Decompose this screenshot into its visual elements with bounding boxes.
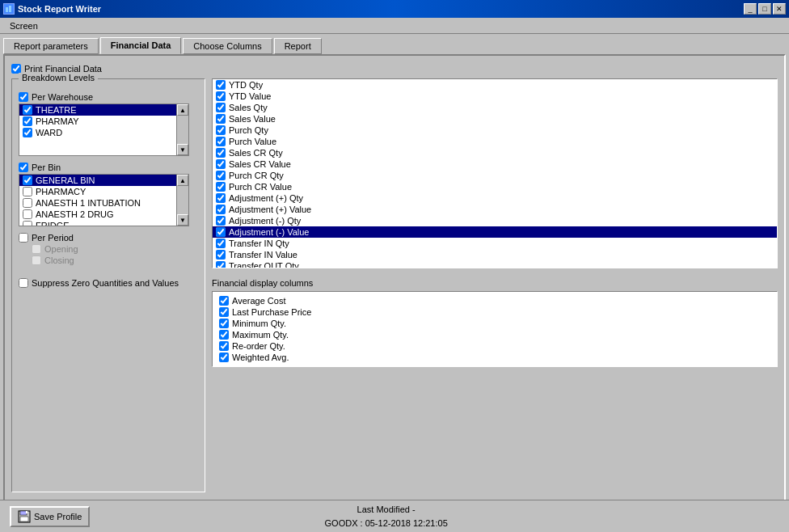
opening-row: Opening: [32, 244, 198, 254]
minimize-button[interactable]: _: [744, 3, 757, 15]
last-modified-label: Last Modified -: [325, 503, 448, 517]
svg-rect-4: [20, 517, 28, 521]
fd-average-cost[interactable]: Average Cost: [216, 295, 774, 306]
save-profile-button[interactable]: Save Profile: [10, 506, 90, 527]
warehouse-scroll-up[interactable]: ▲: [177, 104, 188, 116]
closing-checkbox[interactable]: [32, 255, 41, 265]
fd-reorder-qty[interactable]: Re-order Qty.: [216, 340, 774, 352]
per-bin-row: Per Bin: [19, 163, 198, 172]
bin-ANAESTH2[interactable]: ANAESTH 2 DRUG: [19, 209, 176, 220]
col-purch-value[interactable]: Purch Value: [213, 136, 777, 147]
left-panel: Breakdown Levels Per Warehouse THEATRE P: [11, 78, 205, 492]
bin-list[interactable]: GENERAL BIN PHARMACY ANAESTH 1 INTUBATIO…: [19, 174, 176, 226]
financial-display-section: Financial display columns Average Cost L…: [212, 278, 778, 367]
col-adj-minus-value[interactable]: Adjustment (-) Value: [213, 226, 777, 238]
bin-scroll-down[interactable]: ▼: [177, 214, 188, 226]
warehouse-list[interactable]: THEATRE PHARMAY WARD: [19, 103, 176, 156]
status-text: Last Modified - GOODX : 05-12-2018 12:21…: [325, 503, 448, 530]
title-bar-buttons: _ □ ✕: [744, 3, 786, 15]
close-button[interactable]: ✕: [773, 3, 786, 15]
bin-GENERAL-BIN[interactable]: GENERAL BIN: [19, 175, 176, 186]
tab-financial-data[interactable]: Financial Data: [100, 37, 182, 54]
col-sales-cr-value[interactable]: Sales CR Value: [213, 158, 777, 170]
col-transfer-in-value[interactable]: Transfer IN Value: [213, 249, 777, 260]
suppress-zero-label: Suppress Zero Quantities and Values: [32, 278, 179, 288]
breakdown-levels-title: Breakdown Levels: [19, 73, 98, 82]
breakdown-levels-group: Breakdown Levels Per Warehouse THEATRE P: [11, 78, 205, 492]
warehouse-THEATRE[interactable]: THEATRE: [19, 104, 176, 116]
fd-last-purchase[interactable]: Last Purchase Price: [216, 306, 774, 318]
col-adj-plus-qty[interactable]: Adjustment (+) Qty: [213, 192, 777, 204]
save-profile-label: Save Profile: [34, 512, 82, 521]
per-period-checkbox[interactable]: [19, 233, 28, 243]
svg-rect-5: [26, 511, 27, 513]
col-sales-value[interactable]: Sales Value: [213, 113, 777, 125]
col-ytd-value[interactable]: YTD Value: [213, 91, 777, 102]
per-bin-checkbox[interactable]: [19, 163, 28, 172]
bin-FRIDGE[interactable]: FRIDGE: [19, 220, 176, 226]
opening-checkbox[interactable]: [32, 244, 41, 254]
per-warehouse-checkbox[interactable]: [19, 92, 28, 102]
col-transfer-out-qty[interactable]: Transfer OUT Qty: [213, 260, 777, 268]
warehouse-list-container: THEATRE PHARMAY WARD ▲ ▼: [19, 103, 198, 156]
per-period-section: Per Period Opening Closing: [19, 233, 198, 265]
suppress-zero-checkbox[interactable]: [19, 278, 28, 288]
tab-report-parameters[interactable]: Report parameters: [3, 38, 99, 54]
fd-max-qty[interactable]: Maximum Qty.: [216, 329, 774, 340]
col-ytd-qty[interactable]: YTD Qty: [213, 79, 777, 91]
bin-list-container: GENERAL BIN PHARMACY ANAESTH 1 INTUBATIO…: [19, 174, 198, 226]
col-adj-plus-value[interactable]: Adjustment (+) Value: [213, 204, 777, 215]
modified-info: GOODX : 05-12-2018 12:21:05: [325, 517, 448, 530]
title-bar: Stock Report Writer _ □ ✕: [0, 0, 789, 18]
closing-label: Closing: [44, 255, 74, 265]
menu-screen[interactable]: Screen: [3, 19, 44, 32]
print-financial-data-row: Print Financial Data: [11, 64, 778, 74]
financial-display-list: Average Cost Last Purchase Price Minimum…: [212, 291, 778, 367]
period-sub-options: Opening Closing: [32, 244, 198, 265]
fd-weighted-avg[interactable]: Weighted Avg.: [216, 352, 774, 363]
col-adj-minus-qty[interactable]: Adjustment (-) Qty: [213, 215, 777, 226]
columns-list[interactable]: YTD Qty YTD Value Sales Qty Sales Value …: [212, 78, 778, 268]
right-panel: YTD Qty YTD Value Sales Qty Sales Value …: [212, 78, 778, 492]
warehouse-scroll-down[interactable]: ▼: [177, 144, 188, 155]
per-period-row: Per Period: [19, 233, 198, 243]
col-purch-cr-qty[interactable]: Purch CR Qty: [213, 170, 777, 181]
opening-label: Opening: [44, 244, 78, 254]
tab-choose-columns[interactable]: Choose Columns: [183, 38, 272, 54]
tab-content: Print Financial Data Breakdown Levels Pe…: [3, 54, 786, 529]
suppress-zero-row: Suppress Zero Quantities and Values: [19, 278, 198, 288]
floppy-disk-icon: [18, 510, 31, 523]
restore-button[interactable]: □: [758, 3, 771, 15]
bin-PHARMACY[interactable]: PHARMACY: [19, 186, 176, 197]
svg-rect-3: [20, 511, 27, 515]
closing-row: Closing: [32, 255, 198, 265]
svg-rect-1: [9, 6, 11, 12]
window-title: Stock Report Writer: [18, 4, 101, 14]
col-purch-qty[interactable]: Purch Qty: [213, 125, 777, 136]
col-sales-qty[interactable]: Sales Qty: [213, 102, 777, 113]
per-bin-label: Per Bin: [32, 163, 61, 172]
menu-bar: Screen: [0, 18, 789, 34]
tabs-bar: Report parameters Financial Data Choose …: [0, 34, 789, 54]
bin-scroll-track: [177, 186, 188, 214]
app-icon: [3, 3, 15, 15]
title-bar-left: Stock Report Writer: [3, 3, 101, 15]
main-window: Stock Report Writer _ □ ✕ Screen Report …: [0, 0, 789, 532]
col-purch-cr-value[interactable]: Purch CR Value: [213, 181, 777, 192]
col-transfer-in-qty[interactable]: Transfer IN Qty: [213, 238, 777, 249]
bin-scroll-up[interactable]: ▲: [177, 175, 188, 186]
warehouse-scroll-track: [177, 116, 188, 144]
per-warehouse-row: Per Warehouse: [19, 92, 198, 102]
warehouse-WARD[interactable]: WARD: [19, 127, 176, 138]
bin-scrollbar: ▲ ▼: [176, 174, 189, 226]
fd-min-qty[interactable]: Minimum Qty.: [216, 318, 774, 329]
bin-ANAESTH1[interactable]: ANAESTH 1 INTUBATION: [19, 197, 176, 209]
col-sales-cr-qty[interactable]: Sales CR Qty: [213, 147, 777, 158]
bottom-bar: Save Profile Last Modified - GOODX : 05-…: [0, 500, 789, 532]
tab-report[interactable]: Report: [274, 38, 322, 54]
warehouse-PHARMAY[interactable]: PHARMAY: [19, 116, 176, 127]
per-period-label: Per Period: [32, 233, 74, 243]
financial-display-title: Financial display columns: [212, 278, 778, 288]
per-warehouse-label: Per Warehouse: [32, 92, 93, 102]
svg-rect-0: [6, 7, 8, 12]
